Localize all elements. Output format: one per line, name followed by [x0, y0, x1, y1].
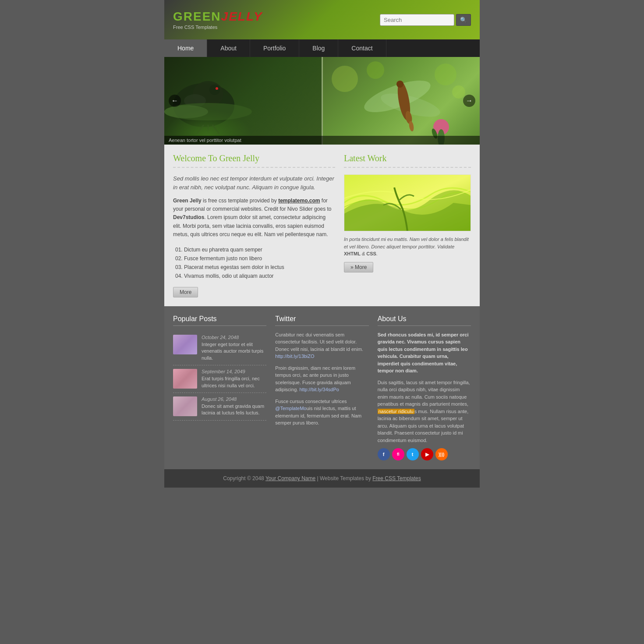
- welcome-body: Green Jelly is free css template provide…: [173, 197, 335, 239]
- tweet-3-text: Fusce cursus consectetur ultrices: [275, 399, 347, 404]
- amp-text: &: [361, 251, 366, 256]
- image-slider: ← → Aenean tortor vel porttitor volutpat: [164, 57, 480, 145]
- post-text-2: Erat turpis fringilla orci, nec ultrices…: [202, 375, 266, 389]
- latest-work-section: Latest Work: [344, 153, 471, 297]
- twitter-title: Twitter: [275, 315, 368, 326]
- popular-posts-section: Popular Posts October 24, 2048 Integer e…: [173, 315, 266, 461]
- xhtml-label: XHTML: [344, 251, 361, 256]
- footer-text1: Copyright © 2048: [223, 475, 265, 481]
- logo-subtitle: Free CSS Templates: [173, 25, 263, 30]
- post-item-2: September 14, 2049 Erat turpis fringilla…: [173, 365, 266, 393]
- nav-contact[interactable]: Contact: [338, 39, 386, 57]
- tweet-1: Curabitur nec dui venenatis sem consecte…: [275, 331, 368, 360]
- search-button[interactable]: 🔍: [456, 14, 471, 26]
- post-item-3: August 26, 2048 Donec sit amet gravida q…: [173, 393, 266, 421]
- post-date-3: August 26, 2048: [202, 396, 266, 402]
- about-para2-text1: Duis sagittis, lacus sit amet tempor fri…: [378, 380, 470, 407]
- slider-image: [164, 57, 480, 145]
- templatemo-link[interactable]: templatemo.com: [278, 198, 320, 204]
- social-icons: f fl t ▶ )))): [378, 448, 471, 460]
- flickr-icon[interactable]: fl: [392, 448, 404, 460]
- post-thumb-3: [173, 396, 197, 416]
- slider-prev-button[interactable]: ←: [169, 95, 181, 107]
- latest-more-button[interactable]: » More: [344, 262, 373, 272]
- tweet-3-handle[interactable]: @TemplateMo: [275, 406, 306, 411]
- latest-work-image: [344, 174, 471, 231]
- nav-blog[interactable]: Blog: [299, 39, 338, 57]
- list-item: 03. Placerat metus egestas sem dolor in …: [173, 263, 335, 272]
- tweet-2: Proin dignissim, diam nec enim lorem tem…: [275, 364, 368, 393]
- popular-posts-title: Popular Posts: [173, 315, 266, 326]
- rss-icon[interactable]: )))): [435, 448, 448, 460]
- about-highlight: nascetur ridiculu: [378, 409, 414, 414]
- slider-caption: Aenean tortor vel porttitor volutpat: [164, 136, 480, 145]
- slider-birds: [164, 57, 480, 145]
- caption-end: .: [376, 251, 378, 256]
- post-thumb-2: [173, 369, 197, 389]
- about-para1: Sed rhoncus sodales mi, id semper orci g…: [378, 331, 471, 375]
- welcome-section: Welcome To Green Jelly Sed mollis leo ne…: [173, 153, 335, 297]
- youtube-icon[interactable]: ▶: [421, 448, 433, 460]
- welcome-list: 01. Dictum eu pharetra quam semper 02. F…: [173, 245, 335, 280]
- twitter-section: Twitter Curabitur nec dui venenatis sem …: [275, 315, 368, 461]
- svg-point-19: [332, 66, 358, 92]
- welcome-body-brand: Green Jelly: [173, 198, 202, 204]
- about-para2: Duis sagittis, lacus sit amet tempor fri…: [378, 379, 471, 444]
- welcome-intro: Sed mollis leo nec est tempor interdum e…: [173, 174, 335, 191]
- post-text-1: Integer eget tortor et elit venenatis au…: [202, 341, 266, 361]
- search-input[interactable]: [380, 14, 454, 26]
- bottom-section: Popular Posts October 24, 2048 Integer e…: [164, 306, 480, 470]
- footer-text2: | Website Templates by: [315, 475, 372, 481]
- logo-red: JELLY: [221, 10, 263, 23]
- about-us-title: About Us: [378, 315, 471, 326]
- about-us-section: About Us Sed rhoncus sodales mi, id semp…: [378, 315, 471, 461]
- slider-right-panel: [323, 57, 480, 145]
- tweet-3: Fusce cursus consectetur ultrices @Templ…: [275, 398, 368, 427]
- main-content: Welcome To Green Jelly Sed mollis leo ne…: [164, 145, 480, 306]
- welcome-dev7: Dev7studios: [173, 214, 204, 220]
- post-text-3: Donec sit amet gravida quam lacinia at l…: [202, 403, 266, 417]
- tweet-1-link[interactable]: http://bit.ly/13biZO: [275, 354, 314, 359]
- svg-point-9: [164, 105, 208, 118]
- tweet-1-text: Curabitur nec dui venenatis sem consecte…: [275, 332, 363, 352]
- footer-company-link[interactable]: Your Company Name: [265, 475, 315, 481]
- search-area: 🔍: [380, 14, 471, 26]
- slider-left-panel: [164, 57, 322, 145]
- list-item: 02. Fusce fermentum justo non libero: [173, 254, 335, 263]
- tweet-2-link[interactable]: http://bit.ly/34sdPo: [299, 387, 339, 392]
- twitter-icon[interactable]: t: [407, 448, 419, 460]
- latest-work-caption: In porta tincidunt mi eu mattis. Nam vel…: [344, 236, 471, 258]
- logo: GREENJELLY Free CSS Templates: [173, 10, 263, 30]
- about-para1-text: Sed rhoncus sodales mi, id semper orci g…: [378, 332, 469, 374]
- post-thumb-1: [173, 335, 197, 354]
- svg-point-22: [452, 85, 465, 99]
- footer: Copyright © 2048 Your Company Name | Web…: [164, 469, 480, 488]
- svg-point-21: [435, 64, 456, 85]
- footer-templates-link[interactable]: Free CSS Templates: [372, 475, 421, 481]
- latest-caption-text: In porta tincidunt mi eu mattis. Nam vel…: [344, 237, 469, 249]
- main-nav: Home About Portfolio Blog Contact: [164, 39, 480, 57]
- latest-work-title: Latest Work: [344, 153, 471, 168]
- nav-about[interactable]: About: [207, 39, 250, 57]
- welcome-more-button[interactable]: More: [173, 287, 198, 297]
- logo-green: GREEN: [173, 10, 221, 23]
- nav-portfolio[interactable]: Portfolio: [250, 39, 299, 57]
- post-date-2: September 14, 2049: [202, 369, 266, 374]
- list-item: 01. Dictum eu pharetra quam semper: [173, 245, 335, 254]
- nav-home[interactable]: Home: [164, 39, 207, 57]
- welcome-body-text1: is free css template provided by: [202, 198, 278, 204]
- welcome-title: Welcome To Green Jelly: [173, 153, 335, 168]
- post-date-1: October 24, 2048: [202, 335, 266, 340]
- css-label: CSS: [366, 251, 376, 256]
- facebook-icon[interactable]: f: [378, 448, 390, 460]
- svg-point-20: [367, 61, 384, 79]
- list-item: 04. Vivamus mollis, odio ut aliquam auct…: [173, 272, 335, 280]
- slider-next-button[interactable]: →: [463, 95, 475, 107]
- post-item-1: October 24, 2048 Integer eget tortor et …: [173, 331, 266, 365]
